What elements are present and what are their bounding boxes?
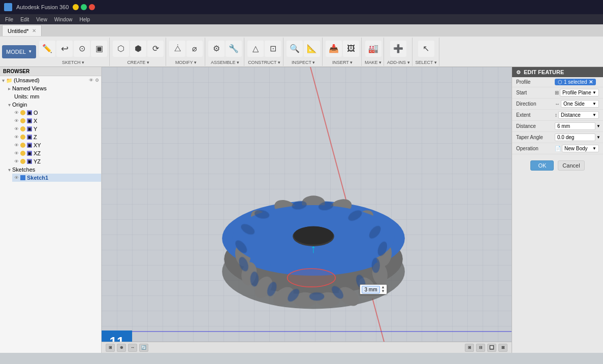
panel-label-taper-angle: Taper Angle bbox=[516, 135, 553, 140]
menu-file[interactable]: File bbox=[2, 16, 16, 23]
create-button-3[interactable]: ⟳ bbox=[147, 41, 164, 57]
select-button-1[interactable]: ↖ bbox=[418, 41, 434, 57]
canvas-input-arrows[interactable]: ▲ ▼ bbox=[381, 285, 385, 293]
status-tool-1[interactable]: ⊞ bbox=[106, 344, 115, 352]
menu-help[interactable]: Help bbox=[76, 16, 93, 23]
edit-feature-panel: ⚙ EDIT FEATURE Profile ⬡ 1 selected ✕ St… bbox=[512, 67, 603, 353]
modify-button-1[interactable]: ⧊ bbox=[169, 41, 185, 57]
svg-point-25 bbox=[371, 258, 379, 273]
ok-button[interactable]: OK bbox=[530, 160, 554, 171]
canvas-distance-input[interactable]: 3 mm ▲ ▼ bbox=[360, 284, 387, 294]
tree-item-z[interactable]: 👁 ▣ Z bbox=[12, 133, 101, 141]
group-label-modify: MODIFY ▾ bbox=[175, 60, 197, 65]
status-tools-right: ⊞ ⊟ 🔲 ⊠ bbox=[465, 344, 507, 352]
insert-button-1[interactable]: 📥 bbox=[326, 41, 342, 57]
addins-button-1[interactable]: ➕ bbox=[390, 41, 406, 57]
panel-value-distance: ▼ bbox=[555, 122, 600, 130]
tree-item-units[interactable]: Units: mm bbox=[12, 92, 101, 101]
assemble-button-2[interactable]: 🔧 bbox=[226, 41, 242, 57]
tree-item-origin[interactable]: ▾ Origin bbox=[6, 101, 101, 109]
canvas-input-value[interactable]: 3 mm bbox=[362, 286, 380, 293]
close-button[interactable] bbox=[89, 4, 95, 10]
status-tool-4[interactable]: 🔄 bbox=[139, 344, 148, 352]
make-button-1[interactable]: 🏭 bbox=[365, 41, 382, 57]
sketch-button-1[interactable]: ✏️ bbox=[39, 41, 55, 57]
operation-select-value: New Body bbox=[564, 146, 588, 151]
panel-row-distance: Distance ▼ bbox=[512, 121, 603, 132]
panel-value-taper-angle: ▼ bbox=[555, 134, 600, 141]
distance-input[interactable] bbox=[555, 122, 595, 130]
status-tool-6[interactable]: ⊟ bbox=[476, 344, 485, 352]
mode-label: MODEL bbox=[6, 49, 26, 55]
panel-label-operation: Operation bbox=[516, 146, 553, 151]
status-tool-7[interactable]: 🔲 bbox=[487, 344, 496, 352]
assemble-button-1[interactable]: ⚙ bbox=[208, 41, 225, 57]
create-button-2[interactable]: ⬢ bbox=[130, 41, 146, 57]
tree-item-unsaved[interactable]: ▾ 📁 (Unsaved) 👁 ⚙ bbox=[0, 76, 101, 84]
operation-icon: 📄 bbox=[555, 146, 561, 151]
tree-item-sketches[interactable]: ▾ Sketches bbox=[6, 166, 101, 174]
menu-edit[interactable]: Edit bbox=[17, 16, 32, 23]
profile-chip[interactable]: ⬡ 1 selected ✕ bbox=[555, 79, 596, 85]
panel-row-start: Start ⊞ Profile Plane ▼ bbox=[512, 87, 603, 98]
cancel-button[interactable]: Cancel bbox=[558, 160, 584, 171]
group-label-addins: ADD-INS ▾ bbox=[387, 60, 410, 65]
menu-bar: File Edit View Window Help bbox=[0, 14, 603, 24]
extent-select[interactable]: Distance ▼ bbox=[558, 111, 599, 119]
tree-item-xy[interactable]: 👁 ▣ XY bbox=[12, 141, 101, 149]
create-button-1[interactable]: ⬡ bbox=[113, 41, 129, 57]
sketch-button-2[interactable]: ↩ bbox=[56, 41, 73, 57]
panel-label-direction: Direction bbox=[516, 101, 553, 107]
title-bar-controls bbox=[73, 4, 95, 10]
start-select-value: Profile Plane bbox=[562, 90, 591, 95]
tab-close-icon[interactable]: ✕ bbox=[32, 28, 36, 34]
tree-item-sketch1[interactable]: 👁 Sketch1 bbox=[12, 174, 101, 182]
direction-chevron-icon: ▼ bbox=[592, 102, 596, 106]
menu-view[interactable]: View bbox=[33, 16, 50, 23]
sketch-button-3[interactable]: ⊙ bbox=[74, 41, 90, 57]
mode-selector[interactable]: MODEL ▼ bbox=[2, 45, 36, 58]
group-label-make: MAKE ▾ bbox=[365, 60, 382, 65]
status-tool-8[interactable]: ⊠ bbox=[498, 344, 507, 352]
tab-untitled[interactable]: Untitled* ✕ bbox=[2, 25, 42, 36]
taper-angle-input[interactable] bbox=[555, 134, 595, 141]
operation-select[interactable]: New Body ▼ bbox=[562, 145, 599, 152]
insert-button-2[interactable]: 🖼 bbox=[343, 41, 359, 57]
direction-select-value: One Side bbox=[563, 101, 585, 107]
inspect-button-2[interactable]: 📐 bbox=[304, 41, 320, 57]
direction-select[interactable]: One Side ▼ bbox=[561, 100, 599, 108]
start-chevron-icon: ▼ bbox=[592, 90, 596, 95]
toolbar-group-modify: ⧊ ⌀ MODIFY ▾ bbox=[167, 38, 205, 66]
panel-label-extent: Extent bbox=[516, 112, 553, 118]
group-label-create: CREATE ▾ bbox=[127, 60, 149, 65]
profile-chip-remove[interactable]: ✕ bbox=[589, 79, 593, 85]
inspect-button-1[interactable]: 🔍 bbox=[287, 41, 303, 57]
viewport[interactable]: ↑ 3 mm ▲ ▼ 11 ⊞ ⊕ ↔ 🔄 ⊞ ⊟ 🔲 bbox=[102, 67, 512, 353]
tree-item-xz[interactable]: 👁 ▣ XZ bbox=[12, 149, 101, 157]
minimize-button[interactable] bbox=[73, 4, 79, 10]
menu-window[interactable]: Window bbox=[51, 16, 76, 23]
tree-item-named-views[interactable]: ▸ Named Views bbox=[6, 84, 101, 92]
start-select[interactable]: Profile Plane ▼ bbox=[560, 89, 599, 96]
svg-text:↑: ↑ bbox=[310, 242, 316, 255]
group-label-inspect: INSPECT ▾ bbox=[292, 60, 315, 65]
status-tool-5[interactable]: ⊞ bbox=[465, 344, 474, 352]
extent-chevron-icon: ▼ bbox=[592, 113, 596, 117]
tree-item-yz[interactable]: 👁 ▣ YZ bbox=[12, 157, 101, 166]
toolbar-area: MODEL ▼ ✏️ ↩ ⊙ ▣ SKETCH ▾ ⬡ ⬢ ⟳ CREATE ▾… bbox=[0, 37, 603, 67]
browser-title: BROWSER bbox=[3, 69, 29, 74]
sketch-button-4[interactable]: ▣ bbox=[91, 41, 107, 57]
tree-item-x[interactable]: 👁 ▣ X bbox=[12, 117, 101, 125]
taper-angle-chevron-icon: ▼ bbox=[596, 135, 600, 140]
construct-button-1[interactable]: △ bbox=[247, 41, 264, 57]
mode-chevron: ▼ bbox=[28, 49, 32, 54]
canvas-arrow-down[interactable]: ▼ bbox=[381, 289, 385, 293]
tree-item-o[interactable]: 👁 ▣ O bbox=[12, 109, 101, 117]
status-tool-2[interactable]: ⊕ bbox=[117, 344, 126, 352]
panel-buttons: OK Cancel bbox=[512, 156, 603, 175]
modify-button-2[interactable]: ⌀ bbox=[186, 41, 203, 57]
status-tool-3[interactable]: ↔ bbox=[128, 344, 137, 352]
construct-button-2[interactable]: ⊡ bbox=[265, 41, 281, 57]
maximize-button[interactable] bbox=[81, 4, 87, 10]
tree-item-y[interactable]: 👁 ▣ Y bbox=[12, 125, 101, 133]
